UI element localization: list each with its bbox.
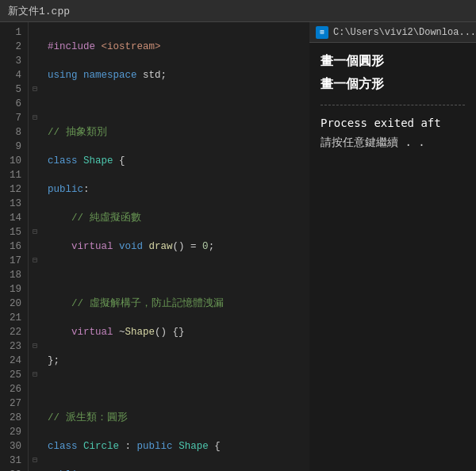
code-lines[interactable]: #include <iostream> using namespace std;… [41, 22, 309, 471]
code-line-9 [44, 268, 309, 282]
fold-5[interactable]: ⊟ [29, 82, 41, 97]
code-line-16: public: [44, 468, 309, 471]
fold-25[interactable]: ⊟ [29, 368, 41, 382]
main-area: 12345 678910 1112131415 1617181920 21222… [0, 22, 476, 471]
terminal-content: 畫一個圓形 畫一個方形 Process exited aft 請按任意鍵繼續 .… [309, 43, 476, 471]
code-line-4: // 抽象類別 [44, 125, 309, 140]
fold-30[interactable]: ⊟ [29, 454, 41, 468]
code-line-8: virtual void draw() = 0; [44, 239, 309, 254]
terminal-area: ⊞ C:\Users\vivi2\Downloa... 畫一個圓形 畫一個方形 … [309, 22, 476, 471]
terminal-path: C:\Users\vivi2\Downloa... [333, 27, 476, 38]
editor-area: 12345 678910 1112131415 1617181920 21222… [0, 22, 309, 471]
terminal-process-line: Process exited aft [321, 113, 465, 133]
code-line-2: using namespace std; [44, 68, 309, 82]
code-line-13 [44, 382, 309, 396]
code-line-15: class Circle : public Shape { [44, 439, 309, 454]
terminal-output: 畫一個圓形 畫一個方形 [321, 51, 465, 97]
terminal-divider [321, 105, 465, 105]
terminal-output-line-1: 畫一個圓形 [321, 51, 465, 74]
continue-text: 請按任意鍵繼續 . . [321, 136, 425, 148]
code-line-12: }; [44, 354, 309, 368]
code-line-11: virtual ~Shape() {} [44, 325, 309, 339]
code-container: 12345 678910 1112131415 1617181920 21222… [0, 22, 309, 471]
code-line-1: #include <iostream> [44, 40, 309, 54]
terminal-icon: ⊞ [316, 26, 328, 39]
fold-7[interactable]: ⊟ [29, 111, 41, 125]
terminal-icon-symbol: ⊞ [320, 28, 324, 36]
terminal-continue-line: 請按任意鍵繼續 . . [321, 133, 465, 151]
fold-31[interactable]: ⊟ [29, 468, 41, 471]
process-exited-text: Process exited aft [321, 117, 441, 129]
code-line-6: public: [44, 182, 309, 197]
fold-gutter: ⊟ ⊟ ⊟ ⊟ ⊟ ⊟ ⊟ ⊟ [29, 22, 41, 471]
code-line-3 [44, 97, 309, 111]
fold-15[interactable]: ⊟ [29, 225, 41, 239]
code-line-14: // 派生類：圓形 [44, 411, 309, 425]
code-line-5: class Shape { [44, 154, 309, 168]
line-numbers: 12345 678910 1112131415 1617181920 21222… [0, 22, 29, 471]
code-line-10: // 虛擬解構子，防止記憶體洩漏 [44, 297, 309, 311]
terminal-title-bar: ⊞ C:\Users\vivi2\Downloa... [309, 22, 476, 43]
tab-label[interactable]: 新文件1.cpp [8, 4, 70, 18]
fold-17[interactable]: ⊟ [29, 254, 41, 268]
fold-23[interactable]: ⊟ [29, 339, 41, 354]
terminal-output-line-2: 畫一個方形 [321, 74, 465, 97]
code-line-7: // 純虛擬函數 [44, 211, 309, 225]
title-bar: 新文件1.cpp [0, 0, 476, 22]
